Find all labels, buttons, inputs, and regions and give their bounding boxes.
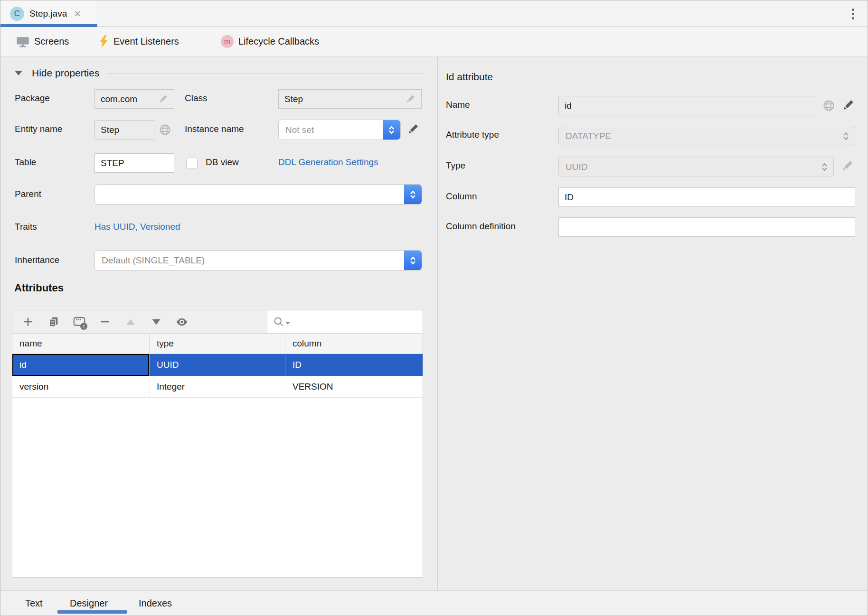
parent-label: Parent <box>15 189 41 199</box>
attribute-row-version[interactable]: version Integer VERSION <box>12 376 423 398</box>
move-up-icon[interactable] <box>124 316 137 328</box>
tab-indexes[interactable]: Indexes <box>139 591 172 616</box>
remove-attribute-icon[interactable] <box>99 316 111 328</box>
attribute-search-input[interactable] <box>267 310 423 333</box>
attribute-row-id[interactable]: id UUID ID <box>12 354 423 376</box>
more-options-icon[interactable] <box>847 7 859 20</box>
column-definition-label: Column definition <box>446 221 516 232</box>
editor-tab-bar: C Step.java × <box>0 0 868 27</box>
localize-attribute-name-icon[interactable] <box>823 100 835 112</box>
id-attribute-title: Id attribute <box>446 71 493 83</box>
copy-attribute-icon[interactable] <box>47 316 60 328</box>
stepper-icon[interactable] <box>404 185 422 204</box>
attribute-type-select: DATATYPE <box>558 126 855 146</box>
stepper-icon[interactable] <box>383 120 400 140</box>
column-input[interactable]: ID <box>558 187 855 207</box>
add-attribute-icon[interactable] <box>22 316 34 328</box>
entity-name-field[interactable]: Step <box>94 120 154 140</box>
db-view-checkbox[interactable] <box>186 158 198 169</box>
attributes-table: f <box>12 310 423 578</box>
edit-package-icon[interactable] <box>158 94 168 104</box>
java-class-icon: C <box>10 7 24 21</box>
inheritance-select[interactable]: Default (SINGLE_TABLE) <box>94 250 422 271</box>
table-label: Table <box>15 157 36 168</box>
event-listeners-label: Event Listeners <box>113 36 179 47</box>
attributes-title: Attributes <box>14 282 64 294</box>
edit-instance-name-icon[interactable] <box>407 123 419 135</box>
collapse-triangle-icon <box>15 71 22 75</box>
lightning-icon <box>99 35 109 48</box>
attributes-header-row: name type column <box>12 334 423 354</box>
lifecycle-callbacks-button[interactable]: m Lifecycle Callbacks <box>221 27 319 56</box>
instance-name-label: Instance name <box>185 124 244 134</box>
db-view-label: DB view <box>206 157 239 168</box>
edit-attribute-name-icon[interactable] <box>842 99 855 112</box>
f-badge: f <box>80 323 87 330</box>
stepper-icon <box>837 126 855 146</box>
ddl-generation-settings-link[interactable]: DDL Generation Settings <box>278 157 378 168</box>
traits-label: Traits <box>15 222 37 232</box>
hide-properties-toggle[interactable]: Hide properties <box>15 67 425 79</box>
column-header-type[interactable]: type <box>149 334 285 354</box>
column-label: Column <box>446 191 477 202</box>
inheritance-label: Inheritance <box>15 255 59 265</box>
tab-step-java[interactable]: C Step.java × <box>0 0 97 27</box>
stepper-icon[interactable] <box>404 251 422 270</box>
move-down-icon[interactable] <box>150 316 162 328</box>
column-header-column[interactable]: column <box>285 334 423 354</box>
name-label: Name <box>446 100 470 110</box>
entity-properties-pane: Hide properties Package com.com Class St… <box>0 57 438 591</box>
package-label: Package <box>15 93 50 103</box>
type-label: Type <box>446 160 465 171</box>
designer-toolbar: Screens Event Listeners m Lifecycle Call… <box>0 27 868 56</box>
editor-mode-tab-bar: Text Designer Indexes <box>0 590 868 616</box>
lifecycle-callbacks-label: Lifecycle Callbacks <box>238 36 319 47</box>
entity-name-label: Entity name <box>15 124 62 134</box>
section-divider <box>107 73 425 74</box>
create-dto-attribute-icon[interactable]: f <box>73 316 85 328</box>
parent-select[interactable] <box>94 184 422 205</box>
entity-designer-window: C Step.java × Screens <box>0 0 868 616</box>
screens-label: Screens <box>34 36 69 47</box>
close-tab-icon[interactable]: × <box>74 8 81 19</box>
edit-class-icon[interactable] <box>406 94 415 104</box>
class-label: Class <box>185 93 208 103</box>
package-field[interactable]: com.com <box>94 89 174 109</box>
attribute-type-label: Attribute type <box>446 130 499 140</box>
localize-entity-name-icon[interactable] <box>159 124 171 136</box>
column-header-name[interactable]: name <box>12 334 149 354</box>
type-select: UUID <box>558 157 834 177</box>
show-hide-attributes-icon[interactable] <box>176 316 188 328</box>
instance-name-select[interactable]: Not set <box>278 120 401 140</box>
tab-title: Step.java <box>29 9 67 19</box>
tab-text[interactable]: Text <box>25 591 43 616</box>
attribute-details-pane: Id attribute Name id Attribute type DATA… <box>438 57 868 591</box>
attributes-toolbar: f <box>12 310 423 334</box>
edit-type-icon <box>841 159 854 172</box>
search-icon <box>273 316 284 327</box>
content-area: Hide properties Package com.com Class St… <box>0 57 868 591</box>
traits-link[interactable]: Has UUID, Versioned <box>94 222 180 232</box>
screens-button[interactable]: Screens <box>16 27 69 56</box>
method-icon: m <box>221 35 234 48</box>
search-options-caret-icon[interactable] <box>285 322 290 325</box>
hide-properties-label: Hide properties <box>32 67 99 79</box>
class-field[interactable]: Step <box>278 89 422 109</box>
stepper-icon <box>816 157 833 177</box>
table-input[interactable]: STEP <box>94 153 174 173</box>
name-field[interactable]: id <box>558 96 816 115</box>
monitor-icon <box>16 36 29 47</box>
column-definition-input[interactable] <box>558 217 855 237</box>
event-listeners-button[interactable]: Event Listeners <box>99 27 179 56</box>
active-mode-indicator <box>57 610 127 614</box>
